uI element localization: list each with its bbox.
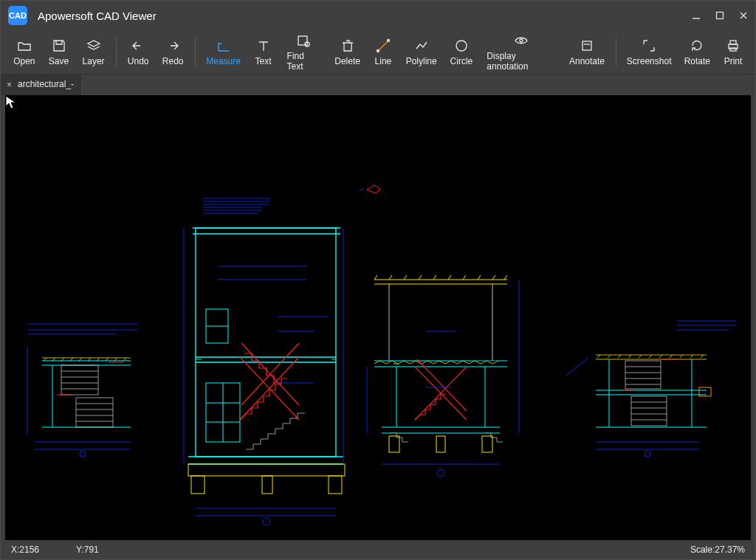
svg-rect-68 (389, 436, 399, 452)
screenshot-icon (642, 38, 656, 53)
separator (195, 38, 196, 67)
tool-label: Delete (334, 56, 360, 66)
rotate-button[interactable]: Rotate (678, 37, 717, 68)
tool-label: Save (49, 56, 69, 66)
separator (616, 38, 616, 67)
find-text-button[interactable]: Find Text (280, 32, 329, 73)
undo-icon (131, 38, 145, 53)
tool-label: Display annotation (487, 51, 555, 72)
minimize-button[interactable] (684, 1, 708, 30)
open-button[interactable]: Open (7, 37, 42, 68)
measure-icon (216, 38, 231, 53)
folder-open-icon (17, 38, 32, 53)
svg-line-6 (378, 41, 388, 51)
save-button[interactable]: Save (42, 37, 76, 68)
svg-rect-121 (631, 396, 667, 426)
app-icon: CAD (8, 6, 27, 25)
svg-rect-14 (730, 41, 736, 44)
status-scale-value: 27.37% (715, 545, 745, 555)
status-scale-label: Scale: (690, 545, 715, 555)
tool-label: Layer (83, 56, 105, 66)
svg-rect-31 (329, 476, 342, 494)
tab-label: architectural_- (18, 80, 74, 89)
text-button[interactable]: Text (247, 37, 280, 68)
svg-point-83 (80, 451, 86, 457)
svg-point-52 (263, 518, 270, 525)
svg-point-74 (437, 469, 444, 477)
line-icon (376, 38, 391, 53)
tool-label: Measure (206, 56, 241, 66)
rotate-icon (690, 38, 704, 53)
svg-rect-69 (482, 436, 492, 452)
tool-label: Find Text (287, 51, 321, 72)
separator (116, 38, 117, 67)
drawing-canvas[interactable] (5, 95, 751, 540)
document-tab[interactable]: × architectural_- (1, 75, 82, 95)
tool-label: Screenshot (627, 56, 672, 66)
svg-rect-1 (717, 13, 724, 19)
print-button[interactable]: Print (717, 37, 749, 68)
canvas-wrap (1, 95, 755, 540)
svg-rect-89 (61, 365, 98, 395)
tool-label: Line (375, 56, 392, 66)
window-controls (684, 1, 755, 30)
tool-label: Text (255, 56, 272, 66)
tool-label: Open (13, 56, 35, 66)
tool-label: Rotate (684, 56, 710, 66)
svg-rect-30 (191, 476, 205, 494)
cad-drawing (5, 95, 751, 535)
svg-line-108 (566, 358, 588, 376)
display-annotation-button[interactable]: Display annotation (479, 32, 563, 73)
text-icon (256, 38, 271, 53)
app-window: CAD Apowersoft CAD Viewer Open Save La (0, 0, 756, 560)
layers-icon (86, 38, 101, 53)
svg-rect-32 (262, 476, 272, 494)
status-y-value: 791 (84, 545, 99, 555)
svg-rect-94 (76, 398, 113, 427)
circle-icon (454, 38, 469, 53)
eye-icon (514, 33, 529, 48)
circle-button[interactable]: Circle (443, 37, 479, 68)
tool-label: Circle (450, 56, 473, 66)
tool-label: Undo (128, 56, 149, 66)
polyline-button[interactable]: Polyline (399, 37, 444, 68)
undo-button[interactable]: Undo (121, 37, 156, 68)
annotate-icon (580, 38, 594, 53)
svg-rect-11 (583, 41, 591, 50)
svg-rect-15 (730, 48, 736, 51)
toolbar: Open Save Layer Undo Redo Measure Text (1, 30, 755, 75)
redo-icon (165, 38, 180, 53)
tab-close-icon[interactable]: × (7, 80, 12, 90)
svg-point-8 (387, 39, 389, 41)
svg-point-107 (645, 451, 650, 457)
tool-label: Redo (162, 56, 184, 66)
svg-rect-4 (298, 36, 307, 45)
status-x-value: 2156 (19, 545, 39, 555)
status-bar: X: 2156 Y: 791 Scale: 27.37% (1, 540, 755, 559)
find-text-icon (296, 33, 311, 48)
annotate-button[interactable]: Annotate (563, 37, 611, 68)
print-icon (726, 38, 740, 53)
tool-label: Print (724, 56, 743, 66)
app-title: Apowersoft CAD Viewer (38, 10, 157, 22)
polyline-icon (414, 38, 429, 53)
maximize-button[interactable] (708, 1, 732, 30)
status-y-label: Y: (76, 545, 84, 555)
delete-button[interactable]: Delete (328, 37, 367, 68)
layer-button[interactable]: Layer (75, 37, 111, 68)
svg-point-7 (377, 49, 379, 52)
svg-rect-70 (436, 436, 445, 452)
save-icon (52, 38, 66, 53)
tool-label: Polyline (406, 56, 437, 66)
measure-button[interactable]: Measure (200, 37, 247, 68)
svg-point-10 (520, 39, 523, 42)
trash-icon (340, 38, 355, 53)
status-x-label: X: (11, 545, 19, 555)
redo-button[interactable]: Redo (156, 37, 190, 68)
screenshot-button[interactable]: Screenshot (621, 37, 678, 68)
tab-strip: × architectural_- (1, 75, 755, 95)
svg-point-9 (456, 41, 467, 51)
line-button[interactable]: Line (367, 37, 399, 68)
tool-label: Annotate (569, 56, 605, 66)
close-button[interactable] (732, 1, 755, 30)
